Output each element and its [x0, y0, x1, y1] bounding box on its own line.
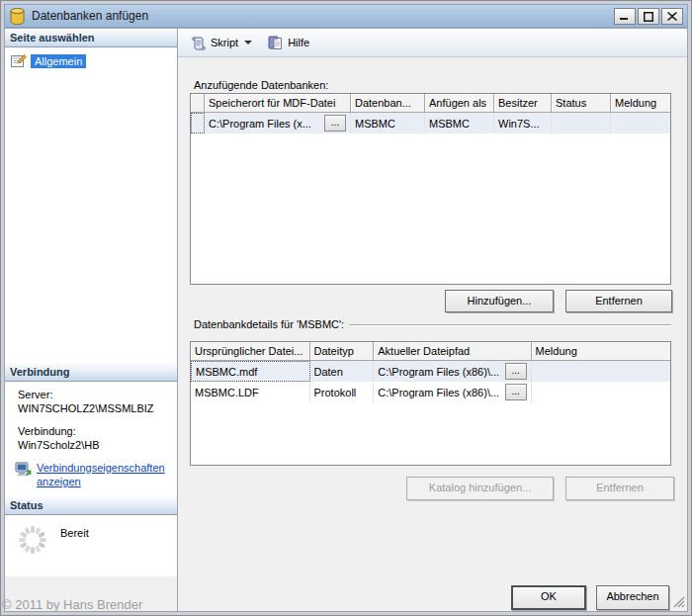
progress-spinner-icon [17, 524, 48, 556]
ok-button[interactable]: OK [511, 585, 586, 610]
column-header-message[interactable]: Meldung [611, 94, 670, 113]
server-label: Server: [18, 388, 177, 401]
page-select-header: Seite auswählen [5, 29, 177, 47]
database-icon [10, 8, 25, 25]
status-text: Bereit [60, 527, 89, 539]
details-group: Datenbankdetails für 'MSBMC': [194, 318, 671, 330]
status-cell[interactable] [552, 113, 611, 133]
file-type-cell[interactable]: Daten [310, 361, 375, 382]
sidebar-item-label: Allgemein [31, 54, 86, 68]
column-header-file-type[interactable]: Dateityp [310, 342, 375, 361]
close-button[interactable] [661, 8, 683, 25]
message-cell[interactable] [532, 361, 670, 382]
mdf-location-cell[interactable]: C:\Program Files (x... ... [205, 113, 351, 133]
browse-button[interactable]: ... [505, 363, 527, 380]
database-details-table: Ursprünglicher Datei... Dateityp Aktuell… [190, 341, 671, 466]
current-path-text: C:\Program Files (x86)\... [378, 387, 499, 398]
table-row[interactable]: MSBMC.mdf Daten C:\Program Files (x86)\.… [191, 361, 670, 382]
attach-as-cell[interactable]: MSBMC [425, 113, 494, 133]
status-header: Status [5, 496, 177, 515]
remove-button[interactable]: Entfernen [565, 290, 672, 312]
resize-grip[interactable] [671, 594, 685, 608]
script-label: Skript [211, 37, 238, 48]
help-book-icon [268, 36, 284, 50]
group-rule [349, 324, 671, 325]
file-type-cell[interactable]: Protokoll [310, 382, 375, 402]
general-page-icon [11, 53, 27, 68]
add-button[interactable]: Hinzufügen... [445, 290, 554, 312]
remove-details-button[interactable]: Entfernen [565, 477, 674, 500]
row-selector-cell[interactable] [191, 113, 205, 133]
table-row[interactable]: MSBMC.LDF Protokoll C:\Program Files (x8… [191, 382, 670, 402]
current-path-text: C:\Program Files (x86)\... [378, 366, 499, 378]
column-header-attach-as[interactable]: Anfügen als [425, 94, 494, 113]
add-catalog-button[interactable]: Katalog hinzufügen... [406, 477, 554, 500]
column-header-current-path[interactable]: Aktueller Dateipfad [374, 342, 531, 361]
table-row[interactable]: C:\Program Files (x... ... MSBMC MSBMC W… [191, 113, 670, 133]
connection-properties-icon [15, 462, 33, 478]
sidebar: Seite auswählen Allgemein Verbindung Ser… [5, 29, 178, 611]
column-header-database[interactable]: Datenban... [351, 94, 425, 113]
current-path-cell[interactable]: C:\Program Files (x86)\... ... [374, 361, 531, 382]
details-label: Datenbankdetails für 'MSBMC': [194, 318, 344, 330]
original-file-cell[interactable]: MSBMC.mdf [191, 361, 310, 382]
table-header-row: Ursprünglicher Datei... Dateityp Aktuell… [191, 342, 670, 361]
script-scroll-icon [190, 36, 207, 50]
script-menu-button[interactable]: Skript [186, 34, 256, 52]
dialog-window: Datenbanken anfügen Seite auswählen [0, 0, 692, 616]
column-header-message[interactable]: Meldung [532, 342, 670, 361]
database-cell[interactable]: MSBMC [351, 113, 425, 133]
mdf-location-text: C:\Program Files (x... [209, 118, 311, 130]
column-header-status[interactable]: Status [552, 94, 611, 113]
chevron-down-icon [244, 41, 252, 44]
message-cell[interactable] [611, 113, 670, 133]
connection-header: Verbindung [5, 363, 177, 382]
column-header-original-file[interactable]: Ursprünglicher Datei... [191, 342, 310, 361]
current-path-cell[interactable]: C:\Program Files (x86)\... ... [374, 382, 531, 402]
title-bar[interactable]: Datenbanken anfügen [4, 4, 688, 28]
toolbar: Skript Hilfe [178, 29, 687, 57]
message-cell[interactable] [532, 382, 670, 402]
owner-cell[interactable]: Win7S... [494, 113, 552, 133]
connection-label: Verbindung: [18, 424, 177, 438]
browse-button[interactable]: ... [324, 115, 346, 132]
attach-databases-table: Speicherort für MDF-Datei Datenban... An… [190, 93, 671, 285]
connection-properties-link[interactable]: Verbindungseigenschaften anzeigen [37, 461, 173, 488]
column-header-owner[interactable]: Besitzer [494, 94, 552, 113]
column-header-rowselect[interactable] [191, 94, 205, 113]
server-value: WIN7SCHOLZ2\MSSMLBIZ [18, 401, 177, 415]
help-label: Hilfe [288, 37, 309, 48]
help-button[interactable]: Hilfe [264, 34, 313, 52]
attach-table-label: Anzufügende Datenbanken: [194, 79, 328, 91]
minimize-button[interactable] [614, 8, 636, 25]
maximize-button[interactable] [638, 8, 659, 25]
cancel-button[interactable]: Abbrechen [596, 585, 669, 610]
connection-value: Win7Scholz2\HB [18, 438, 177, 452]
table-header-row: Speicherort für MDF-Datei Datenban... An… [191, 94, 670, 113]
sidebar-item-allgemein[interactable]: Allgemein [11, 53, 177, 68]
original-file-cell[interactable]: MSBMC.LDF [191, 382, 310, 402]
window-title: Datenbanken anfügen [32, 9, 148, 23]
column-header-mdf-location[interactable]: Speicherort für MDF-Datei [205, 94, 351, 113]
browse-button[interactable]: ... [505, 384, 527, 400]
copyright-text: © 2011 by Hans Brender [2, 597, 142, 612]
